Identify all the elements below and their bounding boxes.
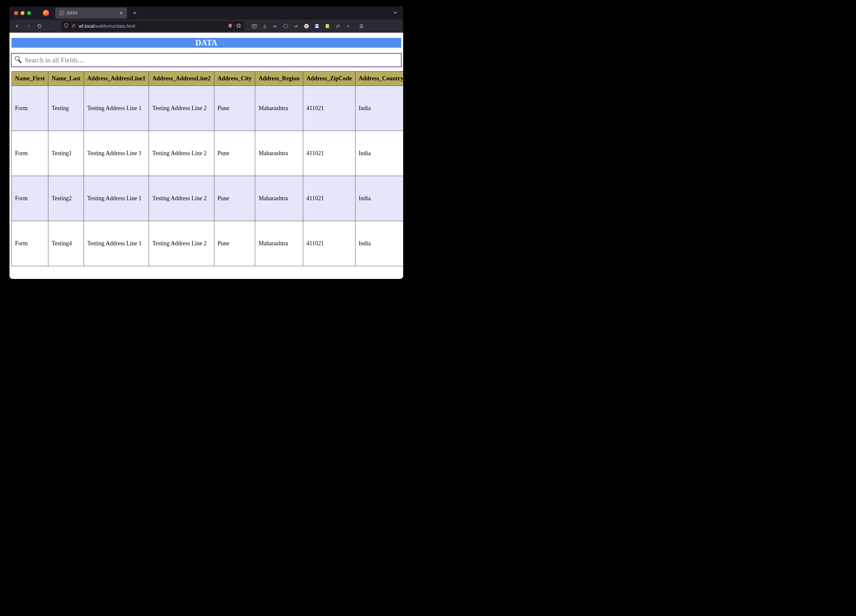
svg-point-8 bbox=[304, 24, 309, 28]
search-container bbox=[11, 54, 401, 67]
data-table: Name_First Name_Last Address_AddressLine… bbox=[11, 71, 403, 266]
search-icon bbox=[14, 55, 22, 65]
table-cell: India bbox=[355, 131, 403, 176]
save-disk-icon[interactable] bbox=[314, 23, 320, 29]
search-input[interactable] bbox=[25, 56, 400, 65]
app-menu-button[interactable] bbox=[359, 23, 364, 29]
reload-button[interactable] bbox=[34, 21, 45, 31]
svg-point-9 bbox=[305, 26, 306, 26]
back-button[interactable] bbox=[12, 21, 23, 31]
pocket-icon[interactable] bbox=[251, 23, 257, 29]
col-first: Name_First bbox=[12, 72, 48, 86]
col-zip: Address_ZipCode bbox=[303, 72, 356, 86]
table-cell: Pune bbox=[214, 131, 255, 176]
table-cell: Testing bbox=[48, 86, 84, 131]
table-cell: Testing Address Line 1 bbox=[84, 221, 149, 266]
svg-point-15 bbox=[328, 26, 329, 28]
svg-point-19 bbox=[349, 26, 349, 27]
firefox-icon bbox=[43, 10, 49, 16]
table-cell: 411021 bbox=[303, 176, 356, 221]
table-cell: Pune bbox=[214, 221, 255, 266]
svg-rect-4 bbox=[229, 25, 231, 26]
navbar: wf.local/webforms/data.html bbox=[9, 20, 403, 33]
table-cell: Pune bbox=[214, 86, 255, 131]
svg-point-18 bbox=[348, 26, 348, 26]
tab-favicon bbox=[59, 11, 65, 16]
table-row: FormTestingTesting Address Line 1Testing… bbox=[12, 86, 403, 131]
svg-rect-13 bbox=[316, 26, 318, 28]
col-city: Address_City bbox=[214, 72, 255, 86]
shield-icon bbox=[64, 23, 69, 29]
table-cell: Maharashtra bbox=[255, 176, 303, 221]
table-row: FormTesting2Testing Address Line 1Testin… bbox=[12, 176, 403, 221]
table-cell: Pune bbox=[214, 176, 255, 221]
table-cell: Maharashtra bbox=[255, 221, 303, 266]
url-bar[interactable]: wf.local/webforms/data.html bbox=[61, 21, 244, 31]
svg-point-7 bbox=[285, 26, 286, 26]
page-title: DATA bbox=[11, 38, 401, 48]
tab-title: DATA bbox=[67, 11, 115, 15]
table-cell: Testing2 bbox=[48, 176, 84, 221]
download-icon[interactable] bbox=[262, 23, 268, 29]
table-cell: Form bbox=[12, 86, 48, 131]
extension-icons bbox=[251, 23, 364, 29]
table-cell: Testing4 bbox=[48, 221, 84, 266]
forward-button[interactable] bbox=[23, 21, 34, 31]
table-header-row: Name_First Name_Last Address_AddressLine… bbox=[12, 72, 403, 86]
col-region: Address_Region bbox=[255, 72, 303, 86]
reader-mode-icon[interactable] bbox=[228, 23, 232, 29]
table-cell: Maharashtra bbox=[255, 86, 303, 131]
svg-rect-12 bbox=[316, 24, 318, 26]
col-last: Name_Last bbox=[48, 72, 84, 86]
table-cell: Testing Address Line 2 bbox=[149, 86, 214, 131]
tab-close-button[interactable]: ✕ bbox=[118, 10, 125, 16]
col-addr1: Address_AddressLine1 bbox=[84, 72, 149, 86]
extension-icon-8[interactable] bbox=[345, 23, 351, 29]
extension-icon-7[interactable] bbox=[335, 23, 341, 29]
table-cell: Maharashtra bbox=[255, 131, 303, 176]
table-cell: Form bbox=[12, 131, 48, 176]
data-table-container[interactable]: Name_First Name_Last Address_AddressLine… bbox=[11, 71, 403, 266]
tabs-dropdown-button[interactable] bbox=[393, 10, 398, 16]
table-cell: Testing Address Line 1 bbox=[84, 86, 149, 131]
extension-icon-3[interactable] bbox=[293, 23, 299, 29]
svg-rect-3 bbox=[229, 24, 231, 25]
svg-line-21 bbox=[18, 60, 21, 63]
table-cell: Testing Address Line 1 bbox=[84, 176, 149, 221]
window-maximize-button[interactable] bbox=[27, 11, 31, 15]
new-tab-button[interactable]: + bbox=[130, 9, 139, 18]
browser-window: DATA ✕ + bbox=[9, 6, 403, 279]
table-cell: Form bbox=[12, 176, 48, 221]
window-minimize-button[interactable] bbox=[21, 11, 25, 15]
extension-icon-4[interactable] bbox=[303, 23, 309, 29]
window-controls bbox=[14, 11, 31, 15]
page-content: DATA Name_First Name_Last Address_Addres… bbox=[9, 33, 403, 279]
extension-icon-6[interactable] bbox=[325, 23, 330, 29]
table-cell: 411021 bbox=[303, 221, 356, 266]
table-row: FormTesting4Testing Address Line 1Testin… bbox=[12, 221, 403, 266]
table-cell: 411021 bbox=[303, 131, 356, 176]
table-cell: Form bbox=[12, 221, 48, 266]
extension-icon-1[interactable] bbox=[272, 23, 278, 29]
table-cell: Testing Address Line 2 bbox=[149, 131, 214, 176]
extension-icon-2[interactable] bbox=[283, 23, 288, 29]
table-cell: India bbox=[355, 176, 403, 221]
insecure-lock-icon bbox=[71, 23, 76, 29]
table-cell: 411021 bbox=[303, 86, 356, 131]
url-text: wf.local/webforms/data.html bbox=[79, 23, 135, 29]
table-cell: Testing1 bbox=[48, 131, 84, 176]
table-cell: Testing Address Line 2 bbox=[149, 221, 214, 266]
table-cell: India bbox=[355, 86, 403, 131]
table-cell: Testing Address Line 1 bbox=[84, 131, 149, 176]
table-cell: India bbox=[355, 221, 403, 266]
table-row: FormTesting1Testing Address Line 1Testin… bbox=[12, 131, 403, 176]
table-cell: Testing Address Line 2 bbox=[149, 176, 214, 221]
browser-tab[interactable]: DATA ✕ bbox=[55, 8, 127, 18]
window-close-button[interactable] bbox=[14, 11, 18, 15]
tab-strip: DATA ✕ + bbox=[9, 6, 403, 20]
bookmark-star-icon[interactable] bbox=[236, 23, 242, 30]
svg-point-17 bbox=[346, 25, 350, 28]
svg-rect-5 bbox=[229, 26, 231, 26]
svg-point-16 bbox=[339, 25, 340, 26]
col-country: Address_Country bbox=[355, 72, 403, 86]
